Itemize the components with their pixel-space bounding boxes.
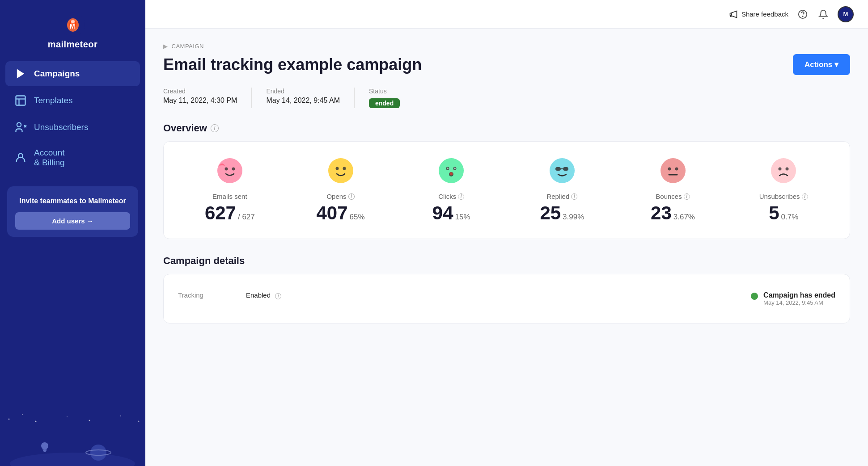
page-title-row: Email tracking example campaign Actions … [163,54,850,75]
svg-point-29 [232,168,235,171]
svg-point-45 [668,168,671,171]
notification-button[interactable] [817,8,830,21]
stat-unsubscribes: Unsubscribes i 5 0.7% [732,158,835,223]
details-title-text: Campaign details [163,255,245,267]
stat-value-clicks: 94 15% [432,204,470,223]
stat-label-bounces: Bounces i [656,193,690,200]
details-section-title: Campaign details [163,255,850,267]
stat-emails-sent: Emails sent 627 / 627 [178,158,282,223]
tracking-label: Tracking [178,291,232,299]
sidebar-unsubscribers-label: Unsubscribers [34,122,88,132]
sidebar-item-unsubscribers[interactable]: Unsubscribers [5,115,140,140]
green-dot-icon [751,293,758,300]
svg-rect-7 [16,96,25,105]
overview-card: Emails sent 627 / 627 [163,141,850,239]
breadcrumb-arrow: ▶ [163,43,168,50]
stat-emoji-sent [217,158,243,187]
help-button[interactable] [796,8,809,21]
stat-value-replied: 25 3.99% [540,204,584,223]
campaign-ended-date: May 14, 2022, 9:45 AM [763,299,835,306]
stat-bounces: Bounces i 23 3.67% [621,158,725,223]
sidebar-account-label: Account & Billing [34,148,65,168]
overview-title-text: Overview [163,122,207,134]
stat-emoji-clicks [438,158,464,187]
feedback-button[interactable]: Share feedback [729,10,788,19]
page-title: Email tracking example campaign [163,55,422,74]
invite-title: Invite teammates to Mailmeteor [15,196,130,206]
svg-rect-41 [555,167,561,171]
meta-created: Created May 11, 2022, 4:30 PM [163,88,252,108]
stat-emoji-bounces [660,158,686,187]
meta-status: Status ended [369,88,414,108]
stat-label-replied: Replied i [546,193,577,200]
breadcrumb: ▶ CAMPAIGN [163,43,850,50]
overview-section-title: Overview i [163,122,850,134]
stat-value-sent: 627 / 627 [205,204,255,223]
emoji-clicks-svg [438,158,464,184]
created-value: May 11, 2022, 4:30 PM [163,97,237,105]
page-content: ▶ CAMPAIGN Email tracking example campai… [145,29,868,466]
ended-label: Ended [266,88,340,95]
svg-point-36 [447,168,449,169]
svg-point-23 [90,445,106,461]
logo-text: mailmeteor [48,39,98,50]
sidebar-nav: Campaigns Templates Unsubscribers [0,58,145,177]
svg-point-40 [550,158,575,183]
svg-point-10 [17,123,21,127]
help-icon [798,9,808,19]
breadcrumb-label: CAMPAIGN [172,43,204,50]
stat-label-clicks: Clicks i [438,193,464,200]
add-users-button[interactable]: Add users → [15,212,130,230]
campaign-ended-status: Campaign has ended May 14, 2022, 9:45 AM [751,291,835,306]
tracking-value: Enabled i [246,291,281,299]
opens-info-icon[interactable]: i [348,193,355,200]
main-area: Share feedback M ▶ CAMPAIGN Ema [145,0,868,466]
meta-ended: Ended May 14, 2022, 9:45 AM [266,88,355,108]
stat-clicks: Clicks i 94 15% [399,158,503,223]
actions-button[interactable]: Actions ▾ [793,54,850,75]
svg-point-27 [217,158,242,183]
clicks-info-icon[interactable]: i [458,193,464,200]
sidebar-invite-box: Invite teammates to Mailmeteor Add users… [7,186,138,237]
svg-point-20 [138,421,140,422]
sidebar-footer-art [0,412,145,466]
stat-opens: Opens i 407 65% [289,158,393,223]
svg-point-19 [120,416,121,416]
svg-point-26 [802,16,803,16]
svg-point-50 [786,168,789,171]
svg-text:M: M [70,23,75,30]
meta-row: Created May 11, 2022, 4:30 PM Ended May … [163,88,850,108]
emoji-replied-svg [549,158,575,184]
svg-point-17 [67,416,68,417]
sidebar-campaigns-label: Campaigns [34,69,80,79]
unsubscribers-icon [14,121,27,134]
logo-icon: M [61,13,85,37]
bell-icon [818,9,828,19]
overview-info-icon[interactable]: i [211,124,219,132]
stat-emoji-opens [328,158,354,187]
emoji-unsub-svg [771,158,796,184]
svg-point-18 [89,420,90,421]
svg-point-31 [335,167,339,170]
stat-value-bounces: 23 3.67% [651,204,695,223]
emoji-sent-svg [217,158,243,184]
status-label: Status [369,88,400,95]
svg-point-22 [41,442,48,449]
stat-label-opens: Opens i [326,193,354,200]
sidebar-logo: M mailmeteor [0,0,145,58]
sidebar-item-account-billing[interactable]: Account & Billing [5,142,140,174]
unsub-info-icon[interactable]: i [802,193,808,200]
svg-point-28 [224,168,228,171]
templates-icon [14,94,27,107]
svg-point-16 [35,421,37,422]
svg-point-30 [328,158,353,183]
replied-info-icon[interactable]: i [571,193,577,200]
ended-value: May 14, 2022, 9:45 AM [266,97,340,105]
sidebar-item-campaigns[interactable]: Campaigns [5,61,140,86]
user-avatar[interactable]: M [838,6,854,22]
megaphone-icon [729,10,738,19]
svg-point-14 [8,419,10,420]
bounces-info-icon[interactable]: i [684,193,690,200]
tracking-info-icon[interactable]: i [275,293,281,299]
sidebar-item-templates[interactable]: Templates [5,88,140,113]
